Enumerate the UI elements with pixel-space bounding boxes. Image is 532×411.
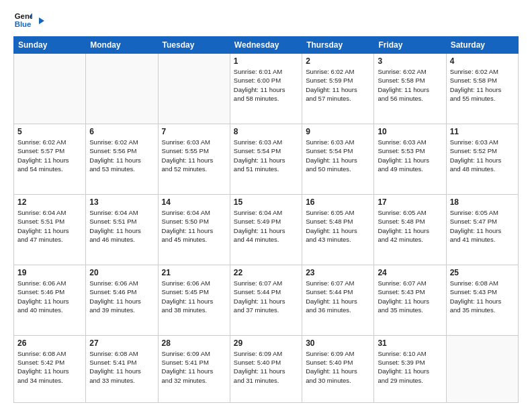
day-number: 22 [234, 268, 298, 277]
day-number: 17 [378, 197, 442, 207]
day-number: 2 [306, 56, 370, 66]
calendar-cell [446, 335, 518, 402]
day-number: 26 [17, 338, 82, 348]
header-sunday: Sunday [14, 37, 86, 54]
day-number: 1 [234, 56, 298, 66]
header-friday: Friday [374, 37, 446, 54]
calendar-cell: 19Sunrise: 6:06 AMSunset: 5:46 PMDayligh… [14, 265, 86, 335]
page: General Blue SundayMondayTuesdayWednesda… [0, 0, 532, 411]
calendar-cell: 22Sunrise: 6:07 AMSunset: 5:44 PMDayligh… [230, 265, 302, 335]
day-number: 28 [162, 338, 226, 348]
day-info: Sunrise: 6:04 AMSunset: 5:51 PMDaylight:… [89, 208, 154, 244]
calendar-cell: 20Sunrise: 6:06 AMSunset: 5:46 PMDayligh… [86, 265, 158, 335]
day-number: 10 [378, 127, 442, 136]
day-info: Sunrise: 6:02 AMSunset: 5:59 PMDaylight:… [306, 67, 370, 103]
calendar-week-1: 1Sunrise: 6:01 AMSunset: 6:00 PMDaylight… [14, 54, 519, 124]
calendar-cell: 24Sunrise: 6:07 AMSunset: 5:43 PMDayligh… [374, 265, 446, 335]
logo-icon: General Blue [13, 11, 32, 30]
day-info: Sunrise: 6:02 AMSunset: 5:58 PMDaylight:… [450, 67, 515, 103]
day-number: 21 [162, 268, 226, 277]
day-info: Sunrise: 6:06 AMSunset: 5:45 PMDaylight:… [162, 279, 226, 314]
day-number: 16 [306, 197, 370, 207]
header: General Blue [13, 11, 519, 30]
calendar-cell: 12Sunrise: 6:04 AMSunset: 5:51 PMDayligh… [14, 194, 86, 265]
day-info: Sunrise: 6:07 AMSunset: 5:44 PMDaylight:… [306, 279, 370, 314]
calendar-cell [14, 54, 86, 124]
calendar-cell: 25Sunrise: 6:08 AMSunset: 5:43 PMDayligh… [446, 265, 518, 335]
day-info: Sunrise: 6:10 AMSunset: 5:39 PMDaylight:… [378, 349, 442, 385]
logo-line1 [36, 13, 44, 27]
day-info: Sunrise: 6:04 AMSunset: 5:50 PMDaylight:… [162, 208, 226, 244]
day-info: Sunrise: 6:05 AMSunset: 5:48 PMDaylight:… [306, 208, 370, 244]
day-info: Sunrise: 6:09 AMSunset: 5:40 PMDaylight:… [306, 349, 370, 385]
calendar-cell: 15Sunrise: 6:04 AMSunset: 5:49 PMDayligh… [230, 194, 302, 265]
day-info: Sunrise: 6:05 AMSunset: 5:47 PMDaylight:… [450, 208, 515, 244]
header-tuesday: Tuesday [158, 37, 230, 54]
day-info: Sunrise: 6:02 AMSunset: 5:58 PMDaylight:… [378, 67, 442, 103]
day-info: Sunrise: 6:04 AMSunset: 5:51 PMDaylight:… [17, 208, 82, 244]
day-number: 11 [450, 127, 515, 136]
day-info: Sunrise: 6:03 AMSunset: 5:53 PMDaylight:… [378, 138, 442, 173]
calendar-week-3: 12Sunrise: 6:04 AMSunset: 5:51 PMDayligh… [14, 194, 519, 265]
day-number: 25 [450, 268, 515, 277]
day-number: 8 [234, 127, 298, 136]
day-info: Sunrise: 6:02 AMSunset: 5:57 PMDaylight:… [17, 138, 82, 173]
day-info: Sunrise: 6:03 AMSunset: 5:54 PMDaylight:… [306, 138, 370, 173]
day-info: Sunrise: 6:07 AMSunset: 5:44 PMDaylight:… [234, 279, 298, 314]
calendar-cell: 30Sunrise: 6:09 AMSunset: 5:40 PMDayligh… [302, 335, 374, 402]
calendar-cell: 3Sunrise: 6:02 AMSunset: 5:58 PMDaylight… [374, 54, 446, 124]
day-info: Sunrise: 6:04 AMSunset: 5:49 PMDaylight:… [234, 208, 298, 244]
day-number: 15 [234, 197, 298, 207]
day-info: Sunrise: 6:08 AMSunset: 5:43 PMDaylight:… [450, 279, 515, 314]
calendar-cell: 7Sunrise: 6:03 AMSunset: 5:55 PMDaylight… [158, 124, 230, 194]
calendar-week-2: 5Sunrise: 6:02 AMSunset: 5:57 PMDaylight… [14, 124, 519, 194]
day-info: Sunrise: 6:09 AMSunset: 5:40 PMDaylight:… [234, 349, 298, 385]
day-info: Sunrise: 6:08 AMSunset: 5:42 PMDaylight:… [17, 349, 82, 385]
day-number: 6 [89, 127, 154, 136]
day-number: 4 [450, 56, 515, 66]
calendar-cell: 16Sunrise: 6:05 AMSunset: 5:48 PMDayligh… [302, 194, 374, 265]
header-monday: Monday [86, 37, 158, 54]
day-number: 31 [378, 338, 442, 348]
calendar-cell: 23Sunrise: 6:07 AMSunset: 5:44 PMDayligh… [302, 265, 374, 335]
day-number: 30 [306, 338, 370, 348]
day-number: 23 [306, 268, 370, 277]
calendar-table: SundayMondayTuesdayWednesdayThursdayFrid… [13, 36, 519, 403]
calendar-cell: 27Sunrise: 6:08 AMSunset: 5:41 PMDayligh… [86, 335, 158, 402]
day-number: 18 [450, 197, 515, 207]
day-info: Sunrise: 6:03 AMSunset: 5:54 PMDaylight:… [234, 138, 298, 173]
day-info: Sunrise: 6:05 AMSunset: 5:48 PMDaylight:… [378, 208, 442, 244]
calendar-cell: 26Sunrise: 6:08 AMSunset: 5:42 PMDayligh… [14, 335, 86, 402]
day-number: 9 [306, 127, 370, 136]
svg-text:General: General [15, 12, 32, 20]
day-number: 3 [378, 56, 442, 66]
calendar-week-4: 19Sunrise: 6:06 AMSunset: 5:46 PMDayligh… [14, 265, 519, 335]
day-info: Sunrise: 6:06 AMSunset: 5:46 PMDaylight:… [89, 279, 154, 314]
day-info: Sunrise: 6:07 AMSunset: 5:43 PMDaylight:… [378, 279, 442, 314]
day-number: 13 [89, 197, 154, 207]
calendar-cell: 13Sunrise: 6:04 AMSunset: 5:51 PMDayligh… [86, 194, 158, 265]
day-number: 24 [378, 268, 442, 277]
calendar-cell: 29Sunrise: 6:09 AMSunset: 5:40 PMDayligh… [230, 335, 302, 402]
logo-text-block [36, 13, 44, 27]
calendar-header-row: SundayMondayTuesdayWednesdayThursdayFrid… [14, 37, 519, 54]
header-wednesday: Wednesday [230, 37, 302, 54]
calendar-cell: 5Sunrise: 6:02 AMSunset: 5:57 PMDaylight… [14, 124, 86, 194]
header-saturday: Saturday [446, 37, 518, 54]
calendar-cell: 28Sunrise: 6:09 AMSunset: 5:41 PMDayligh… [158, 335, 230, 402]
calendar-week-5: 26Sunrise: 6:08 AMSunset: 5:42 PMDayligh… [14, 335, 519, 402]
svg-text:Blue: Blue [15, 20, 32, 28]
calendar-cell: 31Sunrise: 6:10 AMSunset: 5:39 PMDayligh… [374, 335, 446, 402]
calendar-cell: 21Sunrise: 6:06 AMSunset: 5:45 PMDayligh… [158, 265, 230, 335]
calendar-cell: 11Sunrise: 6:03 AMSunset: 5:52 PMDayligh… [446, 124, 518, 194]
day-info: Sunrise: 6:03 AMSunset: 5:52 PMDaylight:… [450, 138, 515, 173]
calendar-cell: 6Sunrise: 6:02 AMSunset: 5:56 PMDaylight… [86, 124, 158, 194]
calendar-cell: 1Sunrise: 6:01 AMSunset: 6:00 PMDaylight… [230, 54, 302, 124]
day-number: 29 [234, 338, 298, 348]
calendar-cell: 2Sunrise: 6:02 AMSunset: 5:59 PMDaylight… [302, 54, 374, 124]
day-info: Sunrise: 6:06 AMSunset: 5:46 PMDaylight:… [17, 279, 82, 314]
day-number: 5 [17, 127, 82, 136]
calendar-cell: 17Sunrise: 6:05 AMSunset: 5:48 PMDayligh… [374, 194, 446, 265]
calendar-cell: 14Sunrise: 6:04 AMSunset: 5:50 PMDayligh… [158, 194, 230, 265]
logo: General Blue [13, 11, 44, 30]
